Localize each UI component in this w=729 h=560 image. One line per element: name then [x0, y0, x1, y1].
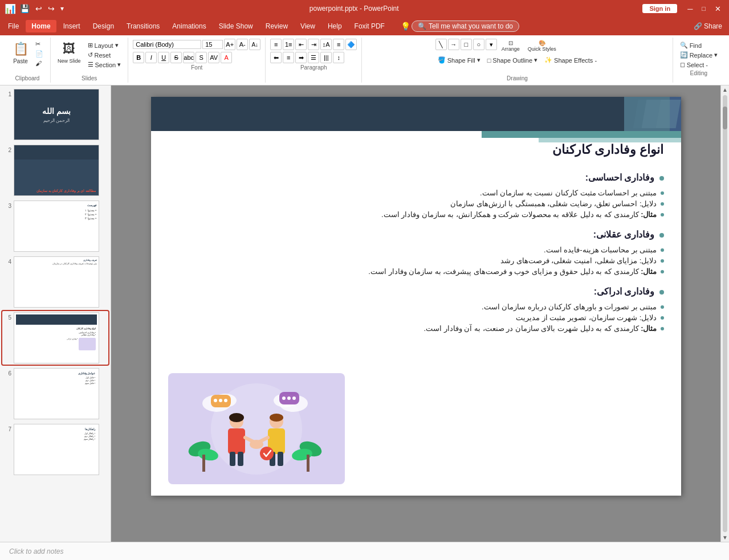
slide-img-4: تعریف وفاداری متن توضیحات تعریف وفاداری … [14, 256, 99, 308]
scroll-up-button[interactable]: ▲ [722, 87, 728, 93]
quick-styles-button[interactable]: 🎨 Quick Styles [524, 39, 560, 53]
quick-access-toolbar: 📊 💾 ↩ ↪ ▾ powerpoint.pptx - PowerPoint S… [0, 0, 729, 17]
slide-num-5: 5 [3, 314, 11, 321]
char-spacing-button[interactable]: AV [208, 52, 219, 63]
paste-button[interactable]: 📋 Paste [9, 39, 32, 66]
section3-bullet2: دلایل: شهرت سازمان، تصویر مثبت از مدیریت [180, 313, 664, 322]
shadow-button[interactable]: S [196, 52, 207, 63]
shape-outline-button[interactable]: □ Shape Outline ▾ [485, 56, 540, 64]
strikethrough-button[interactable]: S [170, 52, 182, 63]
shape-arrow-button[interactable]: → [448, 39, 459, 50]
shape-oval-button[interactable]: ○ [473, 39, 484, 50]
menu-view[interactable]: View [295, 20, 321, 32]
undo-icon[interactable]: ↩ [34, 3, 44, 14]
slide-thumb-7[interactable]: 7 راهکارها • راهکار اول• راهکار دوم• راه… [2, 423, 108, 476]
illustration-svg [182, 381, 331, 477]
scroll-down-button[interactable]: ▼ [722, 534, 728, 541]
section2-bullet [659, 233, 664, 238]
vertical-scrollbar[interactable]: ▲ ▼ [720, 85, 729, 542]
reset-button[interactable]: ↺ Reset [85, 51, 124, 59]
underline-button[interactable]: U [158, 52, 169, 63]
increase-font-button[interactable]: A+ [224, 39, 235, 50]
shape-effects-button[interactable]: ✨ Shape Effects - [542, 56, 599, 64]
close-button[interactable]: ✕ [711, 3, 724, 14]
shape-outline-icon: □ [487, 57, 491, 64]
strikethrough2-button[interactable]: abc [183, 52, 194, 63]
redo-icon[interactable]: ↪ [46, 3, 56, 14]
menu-design[interactable]: Design [87, 20, 120, 32]
menu-animations[interactable]: Animations [166, 20, 211, 32]
customize-icon[interactable]: ▾ [59, 3, 66, 14]
slide-num-2: 2 [3, 147, 11, 153]
font-color-button[interactable]: A [221, 52, 232, 63]
menu-transitions[interactable]: Transitions [121, 20, 165, 32]
align-text-button[interactable]: ≡ [333, 39, 344, 50]
section1-bullet2: دلایل: احساس تعلق، رضایت شغلی، همبستگی ب… [180, 199, 664, 208]
editing-label: Editing [690, 70, 708, 76]
decrease-font-button[interactable]: A- [237, 39, 248, 50]
menu-home[interactable]: Home [26, 20, 56, 32]
restore-button[interactable]: □ [698, 4, 709, 13]
italic-button[interactable]: I [145, 52, 157, 63]
text-direction-button[interactable]: ↕A [320, 39, 332, 50]
arrange-button[interactable]: ⊡ Arrange [498, 39, 523, 53]
sign-in-button[interactable]: Sign in [642, 4, 677, 13]
align-center-button[interactable]: ≡ [283, 52, 294, 63]
new-slide-button[interactable]: 🖼 New Slide [55, 39, 83, 65]
line-spacing-button[interactable]: ↕ [333, 52, 344, 63]
slide-thumb-3[interactable]: 3 فهرست • محتوا ۱• محتوا ۲• محتوا ۳ [2, 199, 108, 253]
clear-format-button[interactable]: A↓ [249, 39, 260, 50]
col-count-button[interactable]: ||| [320, 52, 332, 63]
menu-foxit[interactable]: Foxit PDF [349, 20, 390, 32]
font-name-input[interactable] [133, 40, 201, 49]
save-icon[interactable]: 💾 [18, 3, 31, 14]
section1-bullet3: مثال: کارمندی که به دلیل علاقه به محصولا… [180, 210, 664, 219]
slide-canvas[interactable]: انواع وفاداری کارکنان وفاداری احساسی: مب… [151, 97, 681, 496]
layout-button[interactable]: ⊞ Layout ▾ [85, 41, 124, 50]
search-icon: 🔍 [418, 22, 426, 30]
align-right-button[interactable]: ➡ [295, 52, 307, 63]
shape-fill-button[interactable]: 🪣 Shape Fill ▾ [435, 56, 483, 64]
section3-bullet3-label: مثال: [641, 324, 657, 333]
format-painter-button[interactable]: 🖌 [33, 59, 46, 67]
share-icon[interactable]: 🔗 Share [689, 21, 727, 31]
menu-slideshow[interactable]: Slide Show [213, 20, 259, 32]
shape-more-button[interactable]: ▾ [486, 39, 497, 50]
menu-review[interactable]: Review [260, 20, 294, 32]
slide-thumb-1[interactable]: 1 بسم الله الرحمن الرحیم [2, 88, 108, 141]
tell-me-input[interactable]: 🔍 Tell me what you want to do [412, 21, 519, 32]
notes-area[interactable]: Click to add notes [0, 542, 729, 560]
scroll-thumb[interactable] [723, 107, 727, 129]
slide-thumb-5[interactable]: 5 انواع وفاداری کارکنان • وفاداری احساسی… [2, 311, 108, 365]
cut-button[interactable]: ✂ [33, 40, 46, 48]
menu-help[interactable]: Help [322, 20, 348, 32]
shape-rect-button[interactable]: □ [461, 39, 472, 50]
menu-insert[interactable]: Insert [58, 20, 86, 32]
bullets-button[interactable]: ≡ [270, 39, 282, 50]
select-button[interactable]: ◻ Select - [678, 60, 720, 69]
slide-img-6: عوامل وفاداری • عامل اول• عامل دوم• عامل… [14, 368, 99, 419]
align-left-button[interactable]: ⬅ [270, 52, 282, 63]
increase-indent-button[interactable]: ⇥ [308, 39, 319, 50]
decrease-indent-button[interactable]: ⇤ [295, 39, 307, 50]
shape-line-button[interactable]: ╲ [435, 39, 447, 50]
font-size-input[interactable] [202, 40, 223, 49]
section1-bullet3-label: مثال: [641, 210, 657, 219]
bold-button[interactable]: B [133, 52, 144, 63]
copy-button[interactable]: 📄 [33, 50, 46, 58]
justify-button[interactable]: ☰ [308, 52, 319, 63]
minimize-button[interactable]: ─ [684, 3, 696, 14]
slide-thumb-6[interactable]: 6 عوامل وفاداری • عامل اول• عامل دوم• عا… [2, 367, 108, 420]
slide-num-4: 4 [3, 259, 11, 265]
slide-img-3: فهرست • محتوا ۱• محتوا ۲• محتوا ۳ [14, 201, 99, 252]
slide-thumb-4[interactable]: 4 تعریف وفاداری متن توضیحات تعریف وفادار… [2, 255, 108, 309]
find-button[interactable]: 🔍 Find [678, 41, 720, 50]
replace-button[interactable]: 🔄 Replace ▾ [678, 51, 720, 59]
slide-img-7: راهکارها • راهکار اول• راهکار دوم• راهکا… [14, 424, 99, 475]
find-icon: 🔍 [680, 42, 688, 49]
slide-thumb-2[interactable]: 2 مطالعه ای بر وفاداری کارکنان به سازمان [2, 144, 108, 197]
section-button[interactable]: ☰ Section ▾ [85, 60, 124, 69]
smartart-button[interactable]: 🔷 [345, 39, 357, 50]
menu-file[interactable]: File [2, 20, 25, 32]
numbering-button[interactable]: 1≡ [283, 39, 294, 50]
